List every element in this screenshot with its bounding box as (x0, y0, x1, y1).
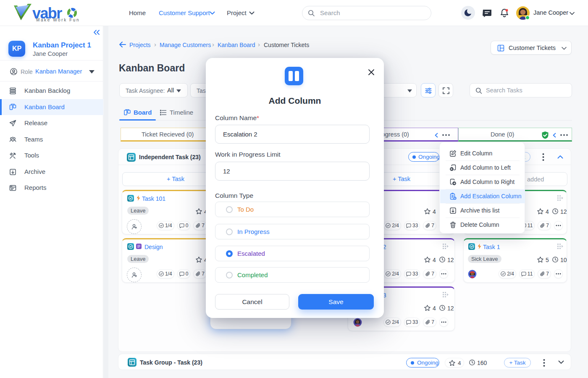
svg-text:Make Work Fun: Make Work Fun (36, 18, 80, 22)
